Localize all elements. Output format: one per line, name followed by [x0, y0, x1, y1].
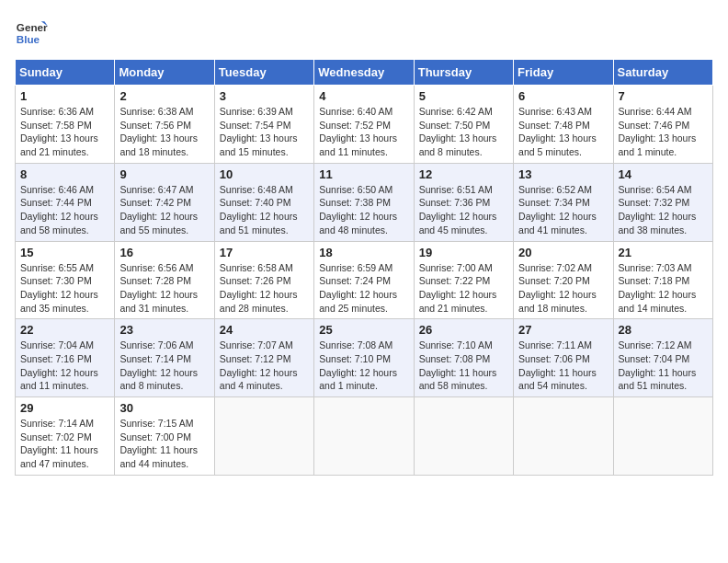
day-number: 16: [119, 246, 209, 259]
calendar-cell: [514, 397, 613, 476]
calendar-cell: 12Sunrise: 6:51 AMSunset: 7:36 PMDayligh…: [414, 163, 513, 241]
day-number: 2: [119, 89, 209, 103]
day-info: Sunrise: 7:00 AMSunset: 7:22 PMDaylight:…: [419, 261, 508, 316]
day-info: Sunrise: 6:59 AMSunset: 7:24 PMDaylight:…: [319, 261, 408, 316]
day-info: Sunrise: 7:07 AMSunset: 7:12 PMDaylight:…: [220, 339, 309, 393]
calendar-cell: 6Sunrise: 6:43 AMSunset: 7:48 PMDaylight…: [514, 86, 613, 164]
day-info: Sunrise: 7:12 AMSunset: 7:04 PMDaylight:…: [619, 339, 708, 393]
day-number: 29: [20, 401, 109, 415]
calendar-cell: [414, 397, 513, 476]
calendar-cell: 25Sunrise: 7:08 AMSunset: 7:10 PMDayligh…: [314, 319, 414, 397]
calendar-cell: 13Sunrise: 6:52 AMSunset: 7:34 PMDayligh…: [514, 163, 613, 241]
day-number: 4: [319, 89, 408, 103]
logo: General Blue: [15, 15, 48, 48]
day-info: Sunrise: 6:58 AMSunset: 7:26 PMDaylight:…: [220, 261, 309, 316]
day-info: Sunrise: 6:55 AMSunset: 7:30 PMDaylight:…: [20, 261, 109, 316]
week-row-2: 8Sunrise: 6:46 AMSunset: 7:44 PMDaylight…: [16, 163, 713, 241]
calendar-cell: 29Sunrise: 7:14 AMSunset: 7:02 PMDayligh…: [16, 397, 115, 476]
header-row: SundayMondayTuesdayWednesdayThursdayFrid…: [16, 60, 713, 86]
day-info: Sunrise: 7:02 AMSunset: 7:20 PMDaylight:…: [518, 261, 608, 316]
calendar-cell: 27Sunrise: 7:11 AMSunset: 7:06 PMDayligh…: [514, 319, 613, 397]
day-info: Sunrise: 7:06 AMSunset: 7:14 PMDaylight:…: [119, 339, 209, 393]
day-number: 12: [419, 167, 508, 181]
col-header-sunday: Sunday: [16, 60, 115, 86]
day-number: 28: [619, 323, 708, 337]
col-header-monday: Monday: [115, 60, 214, 86]
calendar-cell: 23Sunrise: 7:06 AMSunset: 7:14 PMDayligh…: [115, 319, 214, 397]
day-number: 19: [419, 246, 508, 259]
calendar-cell: 10Sunrise: 6:48 AMSunset: 7:40 PMDayligh…: [214, 163, 313, 241]
calendar-cell: [214, 397, 313, 476]
day-number: 23: [119, 323, 209, 337]
calendar-cell: 2Sunrise: 6:38 AMSunset: 7:56 PMDaylight…: [115, 86, 214, 164]
week-row-3: 15Sunrise: 6:55 AMSunset: 7:30 PMDayligh…: [16, 241, 713, 319]
day-number: 10: [220, 167, 309, 181]
day-number: 7: [619, 89, 708, 103]
calendar-cell: 4Sunrise: 6:40 AMSunset: 7:52 PMDaylight…: [314, 86, 414, 164]
logo-icon: General Blue: [15, 15, 48, 48]
day-info: Sunrise: 7:14 AMSunset: 7:02 PMDaylight:…: [20, 417, 109, 471]
day-info: Sunrise: 6:47 AMSunset: 7:42 PMDaylight:…: [119, 183, 209, 237]
week-row-4: 22Sunrise: 7:04 AMSunset: 7:16 PMDayligh…: [16, 319, 713, 397]
day-info: Sunrise: 6:42 AMSunset: 7:50 PMDaylight:…: [419, 105, 508, 159]
svg-text:General: General: [17, 21, 48, 33]
calendar-cell: 14Sunrise: 6:54 AMSunset: 7:32 PMDayligh…: [613, 163, 712, 241]
calendar-cell: 22Sunrise: 7:04 AMSunset: 7:16 PMDayligh…: [16, 319, 115, 397]
calendar-cell: 28Sunrise: 7:12 AMSunset: 7:04 PMDayligh…: [613, 319, 712, 397]
calendar-cell: 1Sunrise: 6:36 AMSunset: 7:58 PMDaylight…: [16, 86, 115, 164]
calendar-cell: 24Sunrise: 7:07 AMSunset: 7:12 PMDayligh…: [214, 319, 313, 397]
day-number: 17: [220, 246, 309, 259]
day-info: Sunrise: 6:43 AMSunset: 7:48 PMDaylight:…: [518, 105, 608, 159]
calendar-cell: [314, 397, 414, 476]
day-number: 25: [319, 323, 408, 337]
day-number: 30: [119, 401, 209, 415]
week-row-1: 1Sunrise: 6:36 AMSunset: 7:58 PMDaylight…: [16, 86, 713, 164]
day-number: 21: [619, 246, 708, 259]
calendar-cell: 30Sunrise: 7:15 AMSunset: 7:00 PMDayligh…: [115, 397, 214, 476]
calendar-cell: 18Sunrise: 6:59 AMSunset: 7:24 PMDayligh…: [314, 241, 414, 319]
day-info: Sunrise: 6:40 AMSunset: 7:52 PMDaylight:…: [319, 105, 408, 159]
day-info: Sunrise: 6:54 AMSunset: 7:32 PMDaylight:…: [619, 183, 708, 237]
day-number: 13: [518, 167, 608, 181]
day-number: 14: [619, 167, 708, 181]
day-number: 5: [419, 89, 508, 103]
calendar-cell: 20Sunrise: 7:02 AMSunset: 7:20 PMDayligh…: [514, 241, 613, 319]
day-info: Sunrise: 6:38 AMSunset: 7:56 PMDaylight:…: [119, 105, 209, 159]
day-number: 1: [20, 89, 109, 103]
page-header: General Blue: [15, 15, 713, 48]
day-number: 11: [319, 167, 408, 181]
calendar-cell: 19Sunrise: 7:00 AMSunset: 7:22 PMDayligh…: [414, 241, 513, 319]
col-header-saturday: Saturday: [613, 60, 712, 86]
day-number: 24: [220, 323, 309, 337]
svg-text:Blue: Blue: [17, 33, 40, 45]
calendar-cell: 16Sunrise: 6:56 AMSunset: 7:28 PMDayligh…: [115, 241, 214, 319]
day-number: 27: [518, 323, 608, 337]
calendar-cell: 5Sunrise: 6:42 AMSunset: 7:50 PMDaylight…: [414, 86, 513, 164]
calendar-cell: 17Sunrise: 6:58 AMSunset: 7:26 PMDayligh…: [214, 241, 313, 319]
day-number: 18: [319, 246, 408, 259]
day-number: 22: [20, 323, 109, 337]
calendar-cell: 26Sunrise: 7:10 AMSunset: 7:08 PMDayligh…: [414, 319, 513, 397]
day-number: 6: [518, 89, 608, 103]
day-info: Sunrise: 7:08 AMSunset: 7:10 PMDaylight:…: [319, 339, 408, 393]
week-row-5: 29Sunrise: 7:14 AMSunset: 7:02 PMDayligh…: [16, 397, 713, 476]
day-info: Sunrise: 7:10 AMSunset: 7:08 PMDaylight:…: [419, 339, 508, 393]
day-number: 3: [220, 89, 309, 103]
col-header-thursday: Thursday: [414, 60, 513, 86]
col-header-tuesday: Tuesday: [214, 60, 313, 86]
day-info: Sunrise: 7:03 AMSunset: 7:18 PMDaylight:…: [619, 261, 708, 316]
day-number: 8: [20, 167, 109, 181]
day-info: Sunrise: 6:46 AMSunset: 7:44 PMDaylight:…: [20, 183, 109, 237]
day-info: Sunrise: 6:44 AMSunset: 7:46 PMDaylight:…: [619, 105, 708, 159]
day-info: Sunrise: 7:04 AMSunset: 7:16 PMDaylight:…: [20, 339, 109, 393]
calendar-cell: [613, 397, 712, 476]
calendar-cell: 15Sunrise: 6:55 AMSunset: 7:30 PMDayligh…: [16, 241, 115, 319]
calendar-cell: 3Sunrise: 6:39 AMSunset: 7:54 PMDaylight…: [214, 86, 313, 164]
calendar-cell: 7Sunrise: 6:44 AMSunset: 7:46 PMDaylight…: [613, 86, 712, 164]
day-info: Sunrise: 6:36 AMSunset: 7:58 PMDaylight:…: [20, 105, 109, 159]
day-info: Sunrise: 7:11 AMSunset: 7:06 PMDaylight:…: [518, 339, 608, 393]
day-info: Sunrise: 6:48 AMSunset: 7:40 PMDaylight:…: [220, 183, 309, 237]
day-info: Sunrise: 6:39 AMSunset: 7:54 PMDaylight:…: [220, 105, 309, 159]
col-header-wednesday: Wednesday: [314, 60, 414, 86]
calendar-table: SundayMondayTuesdayWednesdayThursdayFrid…: [15, 59, 713, 476]
